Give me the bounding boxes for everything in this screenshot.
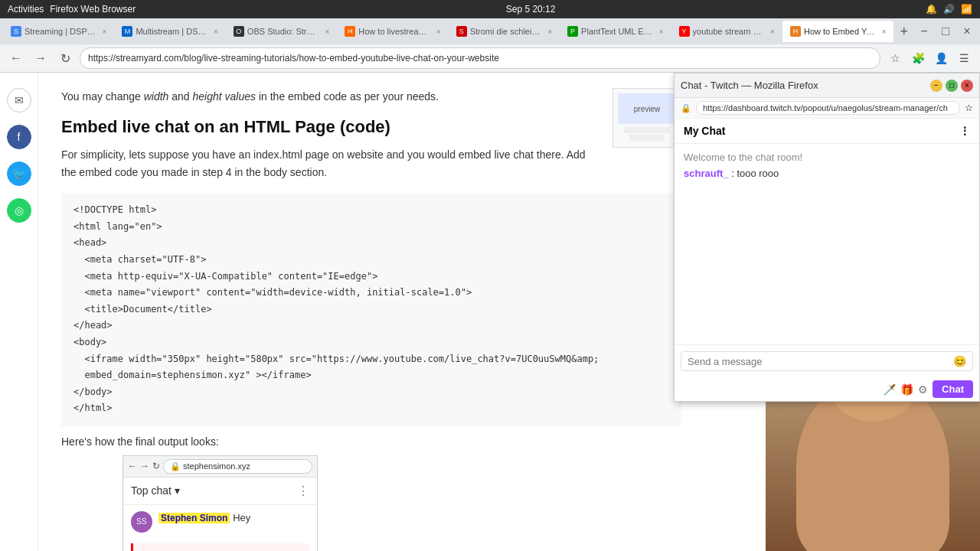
tab-label-embed: How to Embed YouTu... <box>804 27 876 36</box>
code-line-8: </head> <box>74 318 669 334</box>
tab-label-multi: Multistream | DSP - C... <box>136 27 207 36</box>
em-forward-btn[interactable]: → <box>140 461 149 471</box>
os-bar: Activities Firefox Web Browser Sep 5 20:… <box>0 0 980 18</box>
twitch-chat-body: My Chat ⋮ Welcome to the chat room! schr… <box>675 119 979 401</box>
top-chat-chevron-icon: ▾ <box>175 484 180 497</box>
tab-obs[interactable]: O OBS Studio: Stream t... × <box>226 21 337 42</box>
window-maximize-btn[interactable]: □ <box>936 21 956 41</box>
em-reload-btn[interactable]: ↻ <box>152 461 160 471</box>
embedded-browser-preview: ← → ↻ 🔒stephensimon.xyz Top chat ▾ ⋮ SS <box>122 455 318 551</box>
tab-favicon-obs: O <box>234 26 244 37</box>
chat-avatar-stephen: SS <box>131 511 152 533</box>
sys-icon2: 🔊 <box>943 4 955 15</box>
em-url-bar[interactable]: 🔒stephensimon.xyz <box>163 459 312 474</box>
twitch-chat-title-bar: My Chat ⋮ <box>675 119 979 144</box>
tab-close-multi[interactable]: × <box>214 28 218 36</box>
tab-close-plantext[interactable]: × <box>659 28 664 36</box>
code-line-10: <iframe width="350px" height="580px" src… <box>74 351 669 368</box>
tab-favicon-embed: H <box>790 26 801 37</box>
tab-multistream[interactable]: M Multistream | DSP - C... × <box>114 21 225 42</box>
twitch-user-msg-1: schrauft_ : tooo rooo <box>684 168 970 179</box>
twitch-chat-menu-icon[interactable]: ⋮ <box>959 125 970 137</box>
activities-label[interactable]: Activities <box>8 4 44 15</box>
chat-more-icon[interactable]: ⋮ <box>297 484 309 498</box>
twitch-msg-text-1: : tooo rooo <box>731 168 779 179</box>
twitch-chat-send-button[interactable]: Chat <box>933 380 973 398</box>
twitch-url-input[interactable] <box>696 101 960 115</box>
back-button[interactable]: ← <box>6 48 26 68</box>
social-facebook-icon[interactable]: f <box>7 125 31 149</box>
tab-label-streaming: Streaming | DSP - Cro... <box>24 27 96 36</box>
extensions-button[interactable]: 🧩 <box>908 48 928 68</box>
tab-embed-youtube[interactable]: H How to Embed YouTu... × <box>782 21 893 42</box>
social-sidebar: ✉ f 🐦 ◎ <box>0 73 38 551</box>
tab-label-stromi: Stromi die schleifige R... <box>470 27 542 36</box>
main-content: ✉ f 🐦 ◎ preview You may change width and… <box>0 73 980 551</box>
twitch-system-text: Welcome to the chat room! <box>684 152 802 163</box>
tab-close-stromi[interactable]: × <box>547 28 552 36</box>
twitch-gift-icon[interactable]: 🎁 <box>900 383 913 396</box>
chat-msg-text-1: Hey <box>233 512 250 523</box>
chat-header: Top chat ▾ ⋮ <box>123 478 317 505</box>
tab-how-livestream[interactable]: H How to livestream to... × <box>337 21 448 42</box>
url-bar[interactable] <box>80 47 880 69</box>
tab-favicon-livestream: H <box>345 26 355 37</box>
welcome-box: Welcome to live chat! Remember to guard … <box>131 543 309 551</box>
twitch-chat-window: Chat - Twitch — Mozilla Firefox − □ × 🔒 … <box>674 73 980 402</box>
tab-youtube-stream[interactable]: Y youtube stream get c... × <box>671 21 782 42</box>
tab-close-embed[interactable]: × <box>882 28 887 36</box>
social-email-icon[interactable]: ✉ <box>7 88 31 112</box>
twitch-maximize-btn[interactable]: □ <box>946 80 958 92</box>
chat-msg-content-1: Stephen Simon Hey <box>158 511 309 523</box>
twitch-username-1: schrauft_ <box>684 168 729 179</box>
article-para1: For simplicity, lets suppose you have an… <box>61 146 681 181</box>
twitch-window-title: Chat - Twitch — Mozilla Firefox <box>681 80 818 91</box>
tab-close-streaming[interactable]: × <box>103 28 107 36</box>
top-chat-button[interactable]: Top chat ▾ <box>131 484 180 497</box>
bookmark-button[interactable]: ☆ <box>885 48 905 68</box>
tab-close-livestream[interactable]: × <box>436 28 441 36</box>
profile-button[interactable]: 👤 <box>931 48 951 68</box>
em-url-text: stephensimon.xyz <box>183 461 250 471</box>
tab-plantext[interactable]: P PlantText UML Editor × <box>560 21 671 42</box>
code-block: <!DOCTYPE html> <html lang="en"> <head> … <box>61 193 681 426</box>
code-line-13: </html> <box>74 400 669 417</box>
twitch-sword-icon[interactable]: 🗡️ <box>883 383 896 396</box>
code-line-6: <meta name="viewport" content="width=dev… <box>74 285 669 302</box>
tab-close-obs[interactable]: × <box>325 28 329 36</box>
tab-streaming[interactable]: S Streaming | DSP - Cro... × <box>3 21 114 42</box>
chat-message-item-1: SS Stephen Simon Hey <box>123 505 317 539</box>
forward-button[interactable]: → <box>31 48 51 68</box>
twitch-minimize-btn[interactable]: − <box>930 80 942 92</box>
tab-favicon-streaming: S <box>11 26 21 37</box>
new-tab-button[interactable]: + <box>893 21 914 42</box>
twitch-titlebar: Chat - Twitch — Mozilla Firefox − □ × <box>675 73 979 98</box>
menu-button[interactable]: ☰ <box>954 48 974 68</box>
twitch-emoji-icon[interactable]: 😊 <box>953 355 966 367</box>
code-line-9: <body> <box>74 334 669 351</box>
reload-button[interactable]: ↻ <box>55 48 75 68</box>
os-bar-right: 🔔 🔊 📶 <box>926 4 972 15</box>
tab-bar: S Streaming | DSP - Cro... × M Multistre… <box>0 18 980 44</box>
tab-label-obs: OBS Studio: Stream t... <box>247 27 319 36</box>
window-minimize-btn[interactable]: − <box>914 21 934 41</box>
twitch-lock-icon: 🔒 <box>681 103 691 113</box>
sys-icon3: 📶 <box>961 4 972 15</box>
embedded-browser-bar: ← → ↻ 🔒stephensimon.xyz <box>123 456 317 478</box>
twitch-bookmark-icon[interactable]: ☆ <box>965 103 973 113</box>
tab-stromi[interactable]: S Stromi die schleifige R... × <box>449 21 560 42</box>
em-back-btn[interactable]: ← <box>128 461 137 471</box>
social-twitter-icon[interactable]: 🐦 <box>7 161 31 186</box>
twitch-message-input[interactable] <box>688 356 949 367</box>
tab-label-livestream: How to livestream to... <box>358 27 430 36</box>
tab-close-youtube-stream[interactable]: × <box>770 28 775 36</box>
sys-icon1: 🔔 <box>926 4 937 15</box>
code-line-3: <head> <box>74 235 669 252</box>
twitch-close-btn[interactable]: × <box>961 80 973 92</box>
social-whatsapp-icon[interactable]: ◎ <box>7 198 31 223</box>
preview-image: preview <box>612 88 681 148</box>
code-line-2: <html lang="en"> <box>74 219 669 236</box>
twitch-settings-icon[interactable]: ⚙ <box>918 383 928 396</box>
window-close-btn[interactable]: × <box>957 21 977 41</box>
top-chat-label: Top chat <box>131 484 172 497</box>
